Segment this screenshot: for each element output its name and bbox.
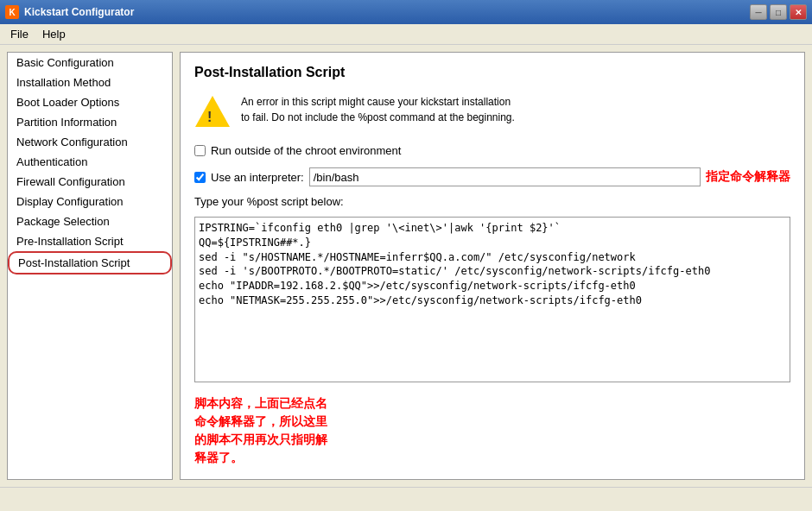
sidebar-item-display-configuration[interactable]: Display Configuration (8, 192, 172, 211)
script-label: Type your %post script below: (194, 195, 790, 208)
window-title: Kickstart Configurator (24, 6, 134, 18)
page-title: Post-Installation Script (194, 65, 790, 80)
interpreter-row: Use an interpreter: /bin/bash 指定命令解释器 (194, 167, 790, 186)
window-controls: ─ □ ✕ (750, 4, 807, 20)
sidebar-item-basic-configuration[interactable]: Basic Configuration (8, 53, 172, 73)
interpreter-input[interactable]: /bin/bash (309, 167, 701, 186)
interpreter-checkbox-row: Use an interpreter: (194, 171, 304, 184)
chroot-checkbox[interactable] (194, 145, 206, 156)
menu-bar: File Help (0, 24, 812, 45)
close-button[interactable]: ✕ (790, 4, 807, 20)
interpreter-checkbox[interactable] (194, 172, 206, 183)
sidebar-item-firewall-configuration[interactable]: Firewall Configuration (8, 172, 172, 192)
sidebar-item-boot-loader-options[interactable]: Boot Loader Options (8, 92, 172, 112)
chroot-checkbox-row: Run outside of the chroot environment (194, 144, 790, 157)
status-bar (0, 487, 812, 511)
title-bar-left: K Kickstart Configurator (5, 5, 134, 19)
warning-box: An error in this script might cause your… (194, 94, 790, 130)
minimize-button[interactable]: ─ (750, 4, 767, 20)
script-textarea[interactable] (194, 217, 790, 382)
app-icon: K (5, 5, 19, 19)
sidebar-item-post-installation-script[interactable]: Post-Installation Script (8, 251, 172, 274)
warning-text: An error in this script might cause your… (241, 94, 515, 125)
content-area: Post-Installation Script An error in thi… (180, 52, 805, 480)
sidebar-item-installation-method[interactable]: Installation Method (8, 73, 172, 92)
sidebar-item-network-configuration[interactable]: Network Configuration (8, 132, 172, 152)
menu-help[interactable]: Help (35, 26, 73, 42)
main-container: Basic Configuration Installation Method … (0, 45, 812, 487)
maximize-button[interactable]: □ (770, 4, 787, 20)
interpreter-label: Use an interpreter: (211, 171, 304, 184)
chroot-label: Run outside of the chroot environment (211, 144, 401, 157)
warning-icon (194, 94, 231, 130)
warning-triangle (195, 96, 230, 127)
sidebar-item-package-selection[interactable]: Package Selection (8, 211, 172, 231)
script-annotation: 脚本内容，上面已经点名命令解释器了，所以这里的脚本不用再次只指明解释器了。 (194, 394, 790, 467)
svg-text:K: K (9, 8, 16, 17)
menu-file[interactable]: File (3, 26, 35, 42)
sidebar: Basic Configuration Installation Method … (7, 52, 173, 480)
sidebar-item-authentication[interactable]: Authentication (8, 152, 172, 172)
sidebar-item-partition-information[interactable]: Partition Information (8, 112, 172, 132)
sidebar-item-pre-installation-script[interactable]: Pre-Installation Script (8, 231, 172, 251)
title-bar: K Kickstart Configurator ─ □ ✕ (0, 0, 812, 24)
interpreter-annotation: 指定命令解释器 (706, 169, 790, 185)
